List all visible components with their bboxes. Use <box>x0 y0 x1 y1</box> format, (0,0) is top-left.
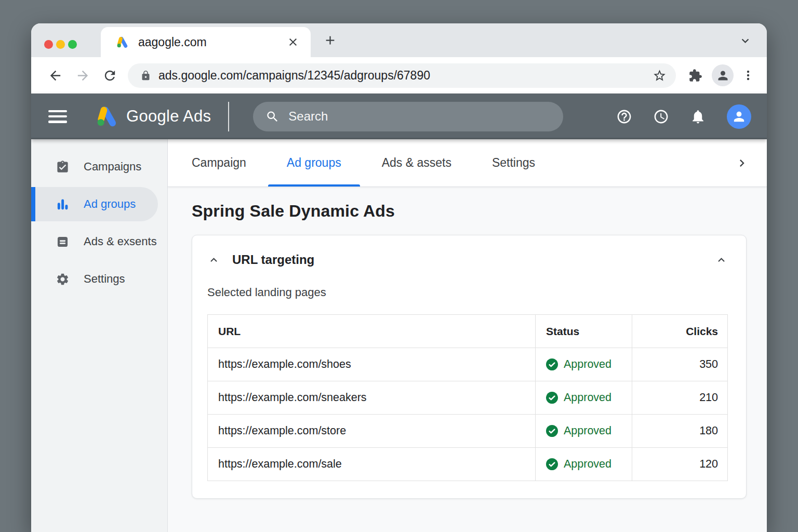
sidebar-item-ad-groups[interactable]: Ad groups <box>31 187 158 221</box>
account-person-icon <box>732 109 747 124</box>
more-tabs-chevron-right-icon[interactable] <box>735 156 749 170</box>
approved-check-icon <box>546 358 558 370</box>
approved-check-icon <box>546 392 558 404</box>
browser-window: aagogle.com <box>31 23 767 532</box>
main-area: Campaign Ad groups Ads & assets Settings… <box>168 139 767 532</box>
url-cell: https://example.com/store <box>208 415 536 448</box>
clicks-cell: 180 <box>632 415 728 448</box>
appbar-divider <box>228 102 229 131</box>
tab-title: aagogle.com <box>138 35 207 49</box>
table-header-row: URL Status Clicks <box>208 315 728 348</box>
sidebar-item-ads-exsents[interactable]: Ads & exsents <box>31 224 167 259</box>
bookmark-star-icon[interactable] <box>653 69 667 83</box>
tab-list-chevron-down-icon[interactable] <box>738 34 752 48</box>
clicks-cell: 350 <box>632 348 728 381</box>
appbar-actions <box>616 104 751 129</box>
status-label: Approved <box>564 391 611 404</box>
browser-tab-strip: aagogle.com <box>31 23 767 57</box>
article-icon <box>56 235 70 249</box>
page-title: Spring Sale Dynamic Ads <box>192 202 747 221</box>
url-cell: https://example.com/sneakers <box>208 381 536 415</box>
gear-icon <box>56 272 70 286</box>
profile-person-icon <box>716 69 730 83</box>
new-tab-button[interactable] <box>323 33 337 47</box>
approved-check-icon <box>546 425 558 437</box>
close-tab-icon[interactable] <box>287 36 299 48</box>
forward-button[interactable] <box>75 68 90 83</box>
google-ads-favicon-icon <box>115 35 129 49</box>
status-cell: Approved <box>536 348 632 381</box>
sidebar-item-label: Ad groups <box>84 197 136 211</box>
url-cell: https://example.com/shoes <box>208 348 536 381</box>
bar-chart-icon <box>56 197 70 211</box>
sidebar-item-label: Ads & exsents <box>84 235 157 248</box>
browser-profile-button[interactable] <box>712 64 734 86</box>
sidebar-item-campaigns[interactable]: Campaigns <box>31 150 167 184</box>
column-header-clicks: Clicks <box>632 315 728 348</box>
extensions-puzzle-icon[interactable] <box>688 69 702 83</box>
status-cell: Approved <box>536 381 632 415</box>
history-clock-icon[interactable] <box>653 109 669 125</box>
sidebar: Campaigns Ad groups <box>31 139 168 532</box>
status-cell: Approved <box>536 415 632 448</box>
card-subtitle: Selected landing pages <box>207 286 728 299</box>
status-label: Approved <box>564 458 611 471</box>
tab-settings[interactable]: Settings <box>473 139 554 187</box>
status-label: Approved <box>564 358 611 371</box>
window-controls <box>44 40 77 49</box>
tab-ad-groups[interactable]: Ad groups <box>268 139 360 187</box>
card-title: URL targeting <box>232 252 314 267</box>
app-search-bar[interactable] <box>253 102 563 131</box>
page-content: Spring Sale Dynamic Ads URL targeting Se… <box>168 187 767 532</box>
clipboard-check-icon <box>56 160 70 174</box>
search-icon <box>265 110 280 124</box>
browser-menu-kebab-icon[interactable] <box>742 69 754 82</box>
help-icon[interactable] <box>616 109 632 125</box>
section-tabs: Campaign Ad groups Ads & assets Settings <box>168 139 767 187</box>
tab-ads-assets[interactable]: Ads & assets <box>363 139 470 187</box>
landing-pages-table: URL Status Clicks https://example.com/sh… <box>207 314 728 481</box>
back-button[interactable] <box>48 68 63 83</box>
card-header: URL targeting <box>207 252 728 267</box>
url-input[interactable] <box>158 69 653 83</box>
lock-icon[interactable] <box>140 70 151 81</box>
clicks-cell: 210 <box>632 381 728 415</box>
column-header-status: Status <box>536 315 632 348</box>
account-avatar[interactable] <box>727 104 751 129</box>
browser-tab[interactable]: aagogle.com <box>101 27 311 57</box>
table-row: https://example.com/sale Approved <box>208 448 728 481</box>
notifications-bell-icon[interactable] <box>690 109 706 125</box>
table-row: https://example.com/sneakers Approved <box>208 381 728 415</box>
clicks-cell: 120 <box>632 448 728 481</box>
brand-title: Google Ads <box>126 107 211 126</box>
table-row: https://example.com/shoes Approved <box>208 348 728 381</box>
browser-toolbar <box>31 57 767 94</box>
status-label: Approved <box>564 424 611 437</box>
sidebar-item-settings[interactable]: Settings <box>31 262 167 296</box>
google-ads-app-bar: Google Ads <box>31 94 767 139</box>
column-header-url: URL <box>208 315 536 348</box>
address-bar[interactable] <box>128 63 676 88</box>
status-cell: Approved <box>536 448 632 481</box>
collapse-chevron-up-icon[interactable] <box>207 254 220 267</box>
sidebar-item-label: Settings <box>84 272 125 286</box>
collapse-chevron-up-icon[interactable] <box>715 254 728 267</box>
search-input[interactable] <box>288 109 551 124</box>
google-ads-logo-icon <box>94 104 119 129</box>
url-targeting-card: URL targeting Selected landing pages URL… <box>192 235 747 499</box>
table-row: https://example.com/store Approved <box>208 415 728 448</box>
maximize-window-button[interactable] <box>68 40 77 49</box>
url-cell: https://example.com/sale <box>208 448 536 481</box>
approved-check-icon <box>546 458 558 470</box>
reload-button[interactable] <box>102 68 117 83</box>
sidebar-item-label: Campaigns <box>84 160 141 174</box>
hamburger-menu-icon[interactable] <box>48 110 67 123</box>
minimize-window-button[interactable] <box>56 40 65 49</box>
close-window-button[interactable] <box>44 40 53 49</box>
tab-campaign[interactable]: Campaign <box>173 139 265 187</box>
app-body: Campaigns Ad groups <box>31 139 767 532</box>
